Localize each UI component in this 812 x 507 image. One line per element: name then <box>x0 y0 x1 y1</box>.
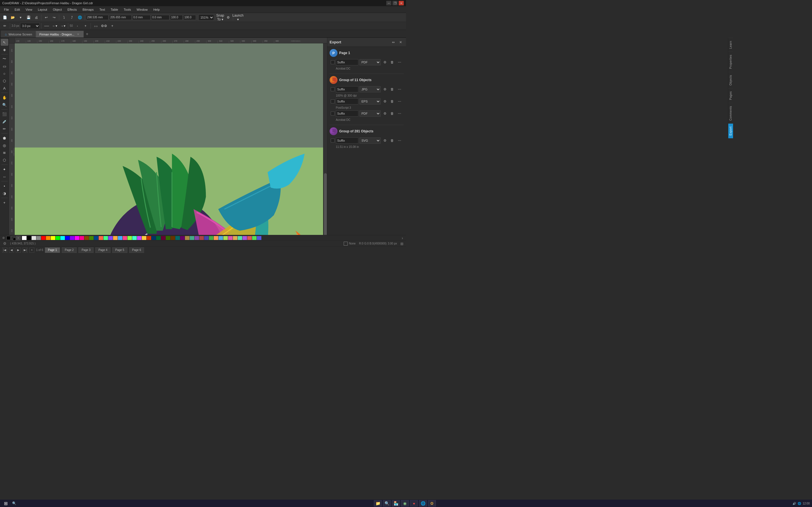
group1-jpg-checkbox[interactable] <box>331 87 335 91</box>
group1-jpg-suffix[interactable] <box>336 86 358 93</box>
color-gold[interactable] <box>142 236 146 240</box>
canvas-area[interactable]: 130 140 150 160 170 180 190 200 210 220 … <box>9 38 327 253</box>
group1-eps-more-btn[interactable]: ⋯ <box>396 98 403 105</box>
end-arrow-btn[interactable]: →▾ <box>59 22 66 30</box>
group1-eps-checkbox[interactable] <box>331 100 335 103</box>
menu-object[interactable]: Object <box>50 6 64 13</box>
text-tool[interactable]: A <box>1 85 8 92</box>
polygon-tool[interactable]: ⬡ <box>1 77 8 84</box>
group1-eps-settings-btn[interactable]: ⚙ <box>382 98 388 105</box>
nodes-btn[interactable]: ⬦⬦ <box>92 22 100 30</box>
page-play-btn[interactable]: ▶ <box>16 247 21 252</box>
color-brown[interactable] <box>84 236 89 240</box>
color-dark-green[interactable] <box>89 236 94 240</box>
add-page-btn[interactable]: + <box>29 247 35 252</box>
close-btn[interactable]: ✕ <box>399 1 404 5</box>
close-panel-btn[interactable]: ✕ <box>398 39 404 45</box>
color-black[interactable] <box>27 236 31 240</box>
color-maroon[interactable] <box>161 236 165 240</box>
color-light-green[interactable] <box>252 236 257 240</box>
node-tool[interactable]: ◈ <box>1 46 8 53</box>
page-first-btn[interactable]: |◀ <box>2 247 7 252</box>
no-fill-btn[interactable]: ✕ <box>16 236 20 240</box>
group1-pdf-delete-btn[interactable]: 🗑 <box>389 110 395 117</box>
print-btn[interactable]: 🖨 <box>33 14 40 21</box>
color-peach[interactable] <box>214 236 218 240</box>
group2-svg-checkbox[interactable] <box>331 138 335 143</box>
pen-tool-btn[interactable]: ✏ <box>1 22 8 30</box>
color-purple[interactable] <box>108 236 113 240</box>
connector-tool[interactable]: ↔ <box>1 173 8 180</box>
color-sky[interactable] <box>218 236 223 240</box>
group1-jpg-format[interactable]: JPGPNGPDFSVGEPS <box>359 86 380 93</box>
menu-text[interactable]: Text <box>96 6 108 13</box>
status-expand-btn[interactable]: ⊞ <box>400 242 404 245</box>
group2-svg-more-btn[interactable]: ⋯ <box>396 137 403 144</box>
menu-tools[interactable]: Tools <box>121 6 134 13</box>
group2-svg-format[interactable]: SVGJPGPNGPDFEPS <box>359 137 380 144</box>
export-btn[interactable]: ⤴ <box>68 14 75 21</box>
page-tab-4[interactable]: Page 4 <box>95 247 110 253</box>
group1-jpg-delete-btn[interactable]: 🗑 <box>389 86 395 93</box>
color-forest[interactable] <box>156 236 161 240</box>
canvas-viewport[interactable] <box>15 43 323 253</box>
page1-pdf-more-btn[interactable]: ⋯ <box>396 59 403 65</box>
distort-tool[interactable]: ≋ <box>1 149 8 156</box>
group1-pdf-settings-btn[interactable]: ⚙ <box>382 110 388 117</box>
color-moss[interactable] <box>209 236 213 240</box>
line-style-btn[interactable]: ── <box>43 22 50 30</box>
vertical-scrollbar[interactable] <box>323 43 327 253</box>
color-light-gray[interactable] <box>32 236 36 240</box>
page1-pdf-suffix[interactable] <box>336 59 358 65</box>
ellipse-tool[interactable]: ○ <box>1 70 8 77</box>
pen-size-select[interactable]: 3.0 px 1.0 px 2.0 px 5.0 px <box>20 23 40 29</box>
menu-table[interactable]: Table <box>108 6 121 13</box>
color-sienna[interactable] <box>170 236 175 240</box>
color-teal[interactable] <box>175 236 180 240</box>
menu-file[interactable]: File <box>1 6 12 13</box>
color-light-orange[interactable] <box>113 236 117 240</box>
fill-tool[interactable]: ⬛ <box>1 111 8 117</box>
page1-pdf-format[interactable]: PDFJPGPNGSVGEPS <box>359 59 380 65</box>
color-coral[interactable] <box>99 236 103 240</box>
current-stroke-swatch[interactable] <box>11 236 15 240</box>
w-coord[interactable] <box>132 15 151 20</box>
pan-tool[interactable]: ✋ <box>1 94 8 101</box>
add-tab-btn[interactable]: + <box>84 31 91 38</box>
envelope-tool[interactable]: ⬡ <box>1 157 8 163</box>
page-tab-6[interactable]: Page 6 <box>129 247 144 253</box>
contour-tool[interactable]: ◎ <box>1 142 8 149</box>
open-btn[interactable]: 📂 <box>9 14 16 21</box>
minimize-btn[interactable]: ─ <box>386 1 391 5</box>
add-btn[interactable]: + <box>109 22 116 30</box>
launch-btn[interactable]: Launch ▾ <box>234 14 242 21</box>
y-coord[interactable] <box>109 15 132 20</box>
snap-to-btn[interactable]: Snap To ▾ <box>216 14 224 21</box>
import-btn[interactable]: ⤵ <box>60 14 68 21</box>
restore-btn[interactable]: ❐ <box>393 1 398 5</box>
color-plum[interactable] <box>180 236 185 240</box>
page1-pdf-checkbox[interactable] <box>331 60 335 64</box>
color-medium-purple[interactable] <box>243 236 247 240</box>
page-last-btn[interactable]: ▶| <box>22 247 28 252</box>
group1-pdf-more-btn[interactable]: ⋯ <box>396 110 403 117</box>
transparency-tool[interactable]: ◑ <box>1 190 8 196</box>
h-coord[interactable] <box>151 15 169 20</box>
color-red[interactable] <box>41 236 46 240</box>
blend-tool[interactable]: ⬟ <box>1 135 8 142</box>
tab-close-btn[interactable]: ✕ <box>76 33 80 36</box>
smart-tool[interactable]: ✦ <box>1 166 8 173</box>
save-btn[interactable]: 💾 <box>25 14 32 21</box>
color-dark-blue[interactable] <box>94 236 98 240</box>
color-khaki[interactable] <box>233 236 238 240</box>
color-teal-light[interactable] <box>132 236 137 240</box>
group1-pdf-format[interactable]: PDFJPGPNGSVGEPS <box>359 110 380 117</box>
color-yellow[interactable] <box>51 236 55 240</box>
menu-layout[interactable]: Layout <box>35 6 50 13</box>
color-orchid[interactable] <box>228 236 233 240</box>
color-tan[interactable] <box>185 236 190 240</box>
color-brick[interactable] <box>199 236 204 240</box>
color-lime[interactable] <box>128 236 132 240</box>
color-cornflower[interactable] <box>257 236 261 240</box>
group1-pdf-suffix[interactable] <box>336 110 358 117</box>
